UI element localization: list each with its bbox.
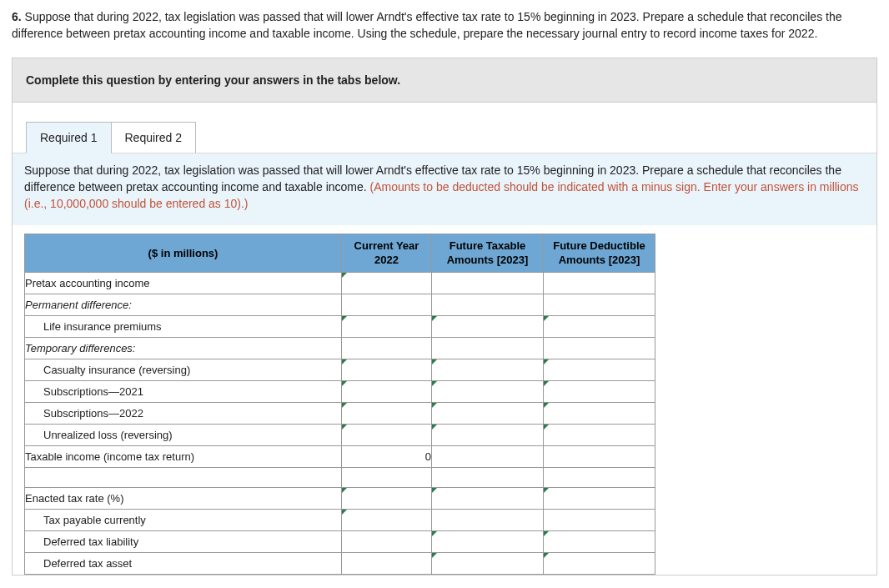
row-enacted: Enacted tax rate (%) <box>25 487 655 509</box>
answer-panel: Complete this question by entering your … <box>12 58 877 575</box>
input-marker-icon <box>432 403 437 408</box>
cell-pretax-cy <box>342 272 432 294</box>
header-future-taxable: Future Taxable Amounts [2023] <box>432 234 544 273</box>
input-marker-icon <box>432 381 437 386</box>
question-number: 6. <box>12 10 22 23</box>
input-marker-icon <box>342 316 347 321</box>
label-taxpay: Tax payable currently <box>25 509 342 530</box>
label-dta: Deferred tax asset <box>25 552 342 574</box>
input-life-ins-cy[interactable] <box>342 316 431 337</box>
input-marker-icon <box>342 510 347 515</box>
input-marker-icon <box>342 359 347 364</box>
input-life-ins-fd[interactable] <box>544 316 655 337</box>
input-marker-icon <box>544 531 549 536</box>
row-dtl: Deferred tax liability <box>25 530 655 552</box>
input-marker-icon <box>544 488 549 493</box>
input-dta-ft[interactable] <box>432 553 543 574</box>
row-dta: Deferred tax asset <box>25 552 655 574</box>
tabs-row: Required 1Required 2 <box>13 103 876 153</box>
row-permdiff: Permanent difference: <box>25 294 655 315</box>
input-marker-icon <box>432 359 437 364</box>
input-dtl-ft[interactable] <box>432 531 543 552</box>
row-taxable: Taxable income (income tax return) 0 <box>25 445 655 467</box>
input-marker-icon <box>342 488 347 493</box>
input-casualty-fd[interactable] <box>544 359 655 380</box>
schedule-wrap: ($ in millions) Current Year 2022 Future… <box>13 225 876 575</box>
header-current-year: Current Year 2022 <box>342 234 432 273</box>
input-enacted-fd[interactable] <box>544 488 655 509</box>
row-life-ins: Life insurance premiums <box>25 315 655 337</box>
label-tempdiff: Temporary differences: <box>25 337 342 359</box>
instruction-bar: Complete this question by entering your … <box>13 58 876 103</box>
label-pretax: Pretax accounting income <box>25 272 342 294</box>
input-marker-icon <box>432 488 437 493</box>
input-subs22-cy[interactable] <box>342 403 431 424</box>
input-dtl-fd[interactable] <box>544 531 655 552</box>
tab-required-2[interactable]: Required 2 <box>111 122 197 153</box>
input-unreal-ft[interactable] <box>432 425 543 445</box>
input-subs21-ft[interactable] <box>432 381 543 402</box>
label-permdiff: Permanent difference: <box>25 294 342 315</box>
row-subs22: Subscriptions—2022 <box>25 402 655 424</box>
input-life-ins-ft[interactable] <box>432 316 543 337</box>
cell-pretax-ft <box>432 272 544 294</box>
label-unreal: Unrealized loss (reversing) <box>25 424 342 445</box>
row-taxpay: Tax payable currently <box>25 509 655 530</box>
input-marker-icon <box>544 425 549 430</box>
row-pretax: Pretax accounting income <box>25 272 655 294</box>
input-marker-icon <box>544 381 549 386</box>
input-casualty-ft[interactable] <box>432 359 543 380</box>
schedule-table: ($ in millions) Current Year 2022 Future… <box>24 234 655 575</box>
header-future-deductible: Future Deductible Amounts [2023] <box>544 234 655 273</box>
input-marker-icon <box>544 403 549 408</box>
input-marker-icon <box>432 316 437 321</box>
input-marker-icon <box>342 425 347 430</box>
input-marker-icon <box>432 553 437 558</box>
row-spacer <box>25 467 655 487</box>
header-label: ($ in millions) <box>25 234 342 273</box>
input-marker-icon <box>342 381 347 386</box>
input-casualty-cy[interactable] <box>342 359 431 380</box>
input-marker-icon <box>544 316 549 321</box>
input-marker-icon <box>544 553 549 558</box>
input-pretax-cy[interactable] <box>342 273 431 294</box>
input-subs21-cy[interactable] <box>342 381 431 402</box>
input-marker-icon <box>432 425 437 430</box>
row-unreal: Unrealized loss (reversing) <box>25 424 655 445</box>
input-subs21-fd[interactable] <box>544 381 655 402</box>
input-marker-icon <box>342 403 347 408</box>
row-casualty: Casualty insurance (reversing) <box>25 359 655 380</box>
label-life-ins: Life insurance premiums <box>25 315 342 337</box>
tab-body: Suppose that during 2022, tax legislatio… <box>13 153 876 226</box>
question-body: Suppose that during 2022, tax legislatio… <box>12 10 842 40</box>
row-tempdiff: Temporary differences: <box>25 337 655 359</box>
row-subs21: Subscriptions—2021 <box>25 380 655 402</box>
input-enacted-ft[interactable] <box>432 488 543 509</box>
input-unreal-fd[interactable] <box>544 425 655 445</box>
input-enacted-cy[interactable] <box>342 488 431 509</box>
input-unreal-cy[interactable] <box>342 425 431 445</box>
input-subs22-fd[interactable] <box>544 403 655 424</box>
question-prompt: 6. Suppose that during 2022, tax legisla… <box>12 8 877 43</box>
input-taxpay-cy[interactable] <box>342 510 431 530</box>
label-taxable: Taxable income (income tax return) <box>25 445 342 467</box>
input-marker-icon <box>544 359 549 364</box>
input-marker-icon <box>432 531 437 536</box>
label-dtl: Deferred tax liability <box>25 530 342 552</box>
label-enacted: Enacted tax rate (%) <box>25 487 342 509</box>
input-dta-fd[interactable] <box>544 553 655 574</box>
input-subs22-ft[interactable] <box>432 403 543 424</box>
label-casualty: Casualty insurance (reversing) <box>25 359 342 380</box>
cell-taxable-cy: 0 <box>342 445 432 467</box>
input-marker-icon <box>342 273 347 278</box>
label-subs21: Subscriptions—2021 <box>25 380 342 402</box>
tab-required-1[interactable]: Required 1 <box>26 122 112 153</box>
label-subs22: Subscriptions—2022 <box>25 402 342 424</box>
cell-pretax-fd <box>544 272 655 294</box>
